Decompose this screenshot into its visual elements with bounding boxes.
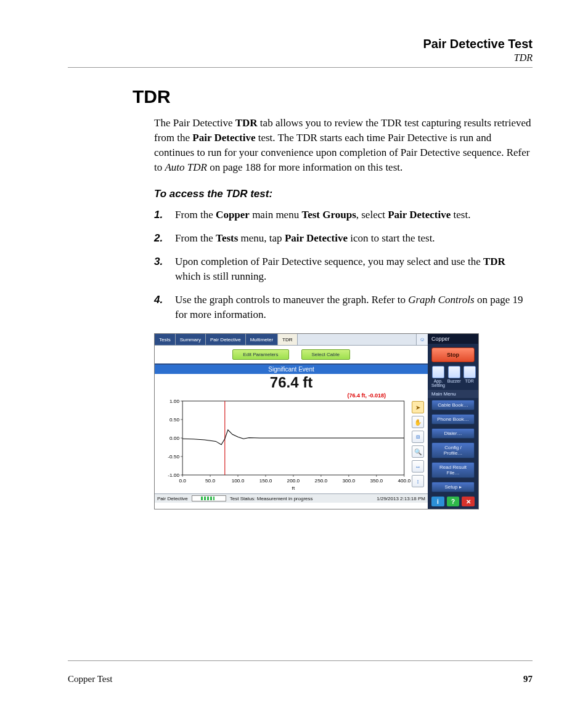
svg-text:1.00: 1.00 <box>169 399 179 404</box>
status-left: Pair Detective <box>157 496 188 501</box>
svg-text:250.0: 250.0 <box>315 478 328 484</box>
svg-text:0.00: 0.00 <box>169 436 179 441</box>
svg-text:-1.00: -1.00 <box>168 473 179 478</box>
edit-parameters-button[interactable]: Edit Parameters <box>232 349 288 360</box>
select-cable-button[interactable]: Select Cable <box>301 349 350 360</box>
tab-multimeter[interactable]: Multimeter <box>246 334 278 345</box>
progress-indicator <box>192 495 226 501</box>
svg-text:ft: ft <box>292 485 295 491</box>
tdr-chart[interactable]: (76.4 ft, -0.018) -1.00-0.500.000.501.00… <box>157 392 410 491</box>
buzzer-icon[interactable]: Buzzer <box>447 366 461 387</box>
graph-toolbar: ➤ ✋ ⧈ 🔍 ↔ ↕ <box>410 392 425 491</box>
svg-text:0.0: 0.0 <box>179 478 186 484</box>
side-item-setup[interactable]: Setup ▸ <box>431 482 475 492</box>
app-setting-icon[interactable]: App. Setting <box>431 366 445 387</box>
side-item-cable-book[interactable]: Cable Book… <box>431 400 475 410</box>
status-bar: Pair Detective Test Status: Measurement … <box>155 493 428 503</box>
tab-bar: Tests Summary Pair Detective Multimeter … <box>155 334 428 346</box>
tdr-icon[interactable]: TDR <box>463 366 476 387</box>
side-panel: Copper Stop App. Setting Buzzer TDR Main… <box>428 334 478 509</box>
button-row: Edit Parameters Select Cable <box>155 346 428 363</box>
close-icon[interactable]: ✕ <box>462 497 475 506</box>
svg-text:150.0: 150.0 <box>259 478 272 484</box>
status-time: 1/29/2013 2:13:18 PM <box>377 496 425 501</box>
running-subtitle: TDR <box>68 52 533 63</box>
running-header: Pair Detective Test TDR <box>68 37 533 63</box>
header-rule <box>68 67 533 68</box>
info-icon[interactable]: i <box>431 497 444 506</box>
stop-button[interactable]: Stop <box>431 347 475 362</box>
side-item-config-profile[interactable]: Config / Profile… <box>431 442 475 458</box>
tab-summary[interactable]: Summary <box>176 334 206 345</box>
step-1: From the Copper main menu Test Groups, s… <box>154 208 533 222</box>
significant-event-banner: Significant Event <box>155 365 428 374</box>
steps-list: From the Copper main menu Test Groups, s… <box>154 208 533 323</box>
zoom-in-icon[interactable]: 🔍 <box>412 445 424 458</box>
step-2: From the Tests menu, tap Pair Detective … <box>154 231 533 246</box>
zoom-area-icon[interactable]: ⧈ <box>412 431 424 443</box>
side-header: Copper <box>428 334 478 344</box>
side-item-dialer[interactable]: Dialer… <box>431 428 475 439</box>
side-menu-header: Main Menu <box>428 390 478 398</box>
page-number: 97 <box>523 674 533 684</box>
tab-pair-detective[interactable]: Pair Detective <box>206 334 246 345</box>
side-item-phone-book[interactable]: Phone Book… <box>431 414 475 424</box>
status-text: Test Status: Measurement in progress <box>230 496 313 501</box>
side-item-read-result[interactable]: Read Result File… <box>431 462 475 478</box>
significant-event-value: 76.4 ft <box>155 374 428 392</box>
svg-text:300.0: 300.0 <box>343 478 356 484</box>
svg-text:0.50: 0.50 <box>169 417 179 423</box>
section-heading: TDR <box>133 86 533 107</box>
tab-tests[interactable]: Tests <box>155 334 176 345</box>
page-footer: Copper Test 97 <box>68 674 533 684</box>
hand-icon[interactable]: ✋ <box>412 416 424 428</box>
device-screenshot: Tests Summary Pair Detective Multimeter … <box>154 333 479 509</box>
svg-text:400.0: 400.0 <box>398 478 410 484</box>
pointer-icon[interactable]: ➤ <box>412 401 424 413</box>
fit-v-icon[interactable]: ↕ <box>412 475 424 487</box>
svg-text:350.0: 350.0 <box>370 478 383 484</box>
step-3: Upon completion of Pair Detective sequen… <box>154 254 533 284</box>
help-icon[interactable]: ? <box>447 497 460 506</box>
step-4: Use the graph controls to maneuver the g… <box>154 293 533 322</box>
svg-text:200.0: 200.0 <box>287 478 300 484</box>
running-title: Pair Detective Test <box>68 37 533 51</box>
footer-left: Copper Test <box>68 674 112 684</box>
svg-text:100.0: 100.0 <box>232 478 245 484</box>
footer-rule <box>68 660 533 661</box>
user-icon[interactable]: ☺ <box>416 334 428 345</box>
fit-h-icon[interactable]: ↔ <box>412 460 424 473</box>
svg-text:50.0: 50.0 <box>205 478 215 484</box>
tab-tdr[interactable]: TDR <box>278 334 297 345</box>
cursor-readout: (76.4 ft, -0.018) <box>347 392 386 399</box>
intro-paragraph: The Pair Detective TDR tab allows you to… <box>154 116 533 176</box>
svg-text:-0.50: -0.50 <box>168 454 179 460</box>
steps-subhead: To access the TDR test: <box>154 187 533 201</box>
